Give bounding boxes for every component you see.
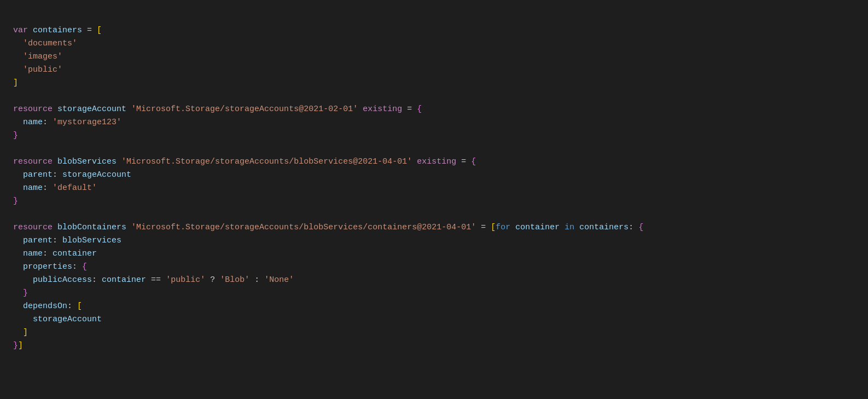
- code-token: [13, 315, 33, 324]
- code-line: resource storageAccount 'Microsoft.Stora…: [13, 103, 855, 116]
- code-token: container: [53, 249, 97, 258]
- code-token: existing: [417, 157, 456, 166]
- code-token: storageAccount: [62, 170, 131, 180]
- code-token: [82, 26, 87, 35]
- code-token: }: [13, 196, 18, 206]
- code-token: }: [13, 341, 18, 350]
- code-token: [13, 328, 23, 337]
- code-token: [486, 223, 491, 232]
- code-token: [28, 26, 33, 35]
- code-token: }: [23, 288, 28, 298]
- code-token: :: [43, 183, 53, 193]
- code-token: resource: [13, 105, 53, 114]
- code-token: ==: [151, 275, 161, 285]
- code-token: storageAccount: [33, 315, 102, 324]
- code-token: [402, 105, 407, 114]
- code-line: storageAccount: [13, 313, 855, 326]
- code-token: 'public': [166, 275, 205, 285]
- code-token: [13, 262, 23, 271]
- code-token: :: [53, 236, 62, 245]
- code-token: [13, 275, 33, 285]
- code-token: :: [43, 118, 53, 127]
- code-token: [13, 118, 23, 127]
- code-token: [574, 223, 579, 232]
- code-token: [116, 157, 121, 166]
- code-token: 'documents': [23, 39, 77, 48]
- code-token: :: [67, 302, 77, 311]
- code-token: :: [72, 262, 82, 271]
- code-token: [126, 105, 131, 114]
- code-token: [466, 157, 471, 166]
- code-token: [126, 223, 131, 232]
- code-token: [510, 223, 515, 232]
- code-token: [53, 105, 57, 114]
- code-token: blobServices: [57, 157, 116, 166]
- code-token: [13, 288, 23, 298]
- code-token: ?: [210, 275, 215, 285]
- code-token: resource: [13, 157, 53, 166]
- code-line: name: 'default': [13, 182, 855, 195]
- code-token: 'None': [264, 275, 294, 285]
- code-line: resource blobServices 'Microsoft.Storage…: [13, 155, 855, 169]
- code-token: in: [564, 223, 574, 232]
- code-line: }: [13, 195, 855, 208]
- code-token: [476, 223, 481, 232]
- code-token: {: [417, 105, 422, 114]
- code-token: [456, 157, 461, 166]
- code-token: [249, 275, 254, 285]
- code-token: {: [82, 262, 87, 271]
- code-token: name: [23, 249, 43, 258]
- code-token: :: [43, 249, 53, 258]
- code-line: parent: storageAccount: [13, 169, 855, 182]
- code-token: var: [13, 26, 28, 35]
- code-token: [358, 105, 363, 114]
- code-token: :: [628, 223, 638, 232]
- code-line: [13, 142, 855, 155]
- code-token: :: [92, 275, 102, 285]
- code-line: resource blobContainers 'Microsoft.Stora…: [13, 221, 855, 234]
- code-line: }]: [13, 339, 855, 352]
- code-token: publicAccess: [33, 275, 92, 285]
- code-token: [92, 26, 97, 35]
- code-token: parent: [23, 236, 53, 245]
- code-token: 'mystorage123': [53, 118, 121, 127]
- code-token: [13, 183, 23, 193]
- code-token: parent: [23, 170, 53, 180]
- code-token: resource: [13, 223, 53, 232]
- code-line: 'images': [13, 50, 855, 63]
- code-line: name: container: [13, 247, 855, 261]
- code-token: =: [461, 157, 466, 166]
- code-token: 'images': [23, 52, 62, 61]
- code-token: ]: [18, 341, 23, 350]
- code-editor: var containers = [ 'documents' 'images' …: [0, 0, 868, 363]
- code-token: existing: [363, 105, 402, 114]
- code-line: 'public': [13, 63, 855, 77]
- code-token: [560, 223, 564, 232]
- code-token: [53, 223, 57, 232]
- code-token: [53, 157, 57, 166]
- code-token: [205, 275, 210, 285]
- code-line: parent: blobServices: [13, 234, 855, 247]
- code-token: [13, 170, 23, 180]
- code-line: [13, 90, 855, 103]
- code-line: name: 'mystorage123': [13, 116, 855, 129]
- code-token: [: [97, 26, 102, 35]
- code-token: =: [407, 105, 412, 114]
- code-token: blobContainers: [57, 223, 126, 232]
- code-token: storageAccount: [57, 105, 126, 114]
- code-line: [13, 208, 855, 221]
- code-token: [412, 157, 417, 166]
- code-token: 'Microsoft.Storage/storageAccounts/blobS…: [131, 223, 476, 232]
- code-token: 'Microsoft.Storage/storageAccounts@2021-…: [131, 105, 358, 114]
- code-token: {: [638, 223, 643, 232]
- code-token: properties: [23, 262, 72, 271]
- code-token: [13, 236, 23, 245]
- code-token: :: [53, 170, 62, 180]
- code-token: container: [515, 223, 560, 232]
- code-token: name: [23, 183, 43, 193]
- code-token: [: [491, 223, 496, 232]
- code-token: containers: [33, 26, 82, 35]
- code-token: container: [102, 275, 146, 285]
- code-token: name: [23, 118, 43, 127]
- code-token: [412, 105, 417, 114]
